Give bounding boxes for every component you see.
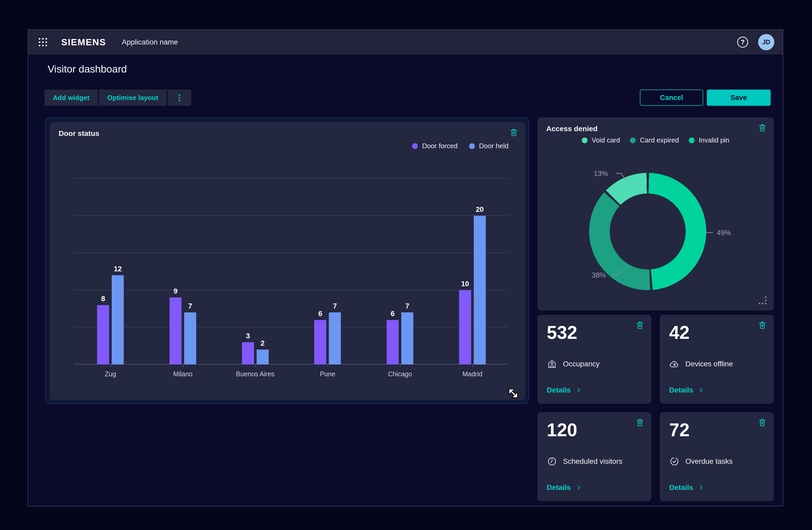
access-denied-title: Access denied [546,125,597,133]
legend-dot [630,138,636,143]
delete-widget-icon[interactable] [635,321,644,330]
delete-widget-icon[interactable] [758,418,767,427]
legend-item-door-held[interactable]: Door held [469,142,509,150]
bar-door-held[interactable] [257,350,269,364]
help-icon[interactable]: ? [737,37,748,48]
legend-dot-purple [412,143,418,149]
kpi-card-overdue-tasks[interactable]: 72 Overdue tasks Details [660,412,774,501]
avatar[interactable]: JD [758,34,774,50]
kpi-label: Overdue tasks [685,457,733,465]
optimise-layout-button[interactable]: Optimise layout [99,89,166,106]
x-axis-label: Buenos Aires [219,370,291,378]
axis-tick [255,364,256,367]
bar-door-forced[interactable] [387,320,399,364]
delete-widget-icon[interactable] [635,418,644,427]
details-label: Details [669,484,693,492]
app-switcher-grid-icon[interactable] [36,36,50,49]
kebab-menu-icon[interactable] [168,89,191,106]
axis-tick [400,364,401,367]
details-label: Details [547,484,571,492]
bars-row: 8 12 Zug 9 [74,179,509,364]
bar-value-label: 8 [101,295,105,303]
kpi-label: Scheduled visitors [563,457,622,465]
bar-door-held[interactable] [401,312,413,364]
bar-door-held[interactable] [184,312,196,364]
bar-group-pune: 6 7 Pune [291,179,364,364]
resize-cursor-icon [508,388,519,399]
bar-value-label: 6 [318,310,322,318]
access-denied-legend: Void card Card expired Invalid pin [537,136,774,144]
details-link[interactable]: Details [547,386,582,394]
clock-icon [547,456,557,466]
legend-label: Card expired [640,136,679,144]
bar-door-forced[interactable] [459,290,471,364]
details-link[interactable]: Details [669,386,704,394]
kpi-card-devices-offline[interactable]: 42 Devices offline Details [660,315,774,404]
check-circle-icon [669,456,680,466]
details-label: Details [669,386,693,394]
chevron-right-icon [576,485,582,491]
delete-widget-icon[interactable] [509,128,519,137]
bar-group-milano: 9 7 Milano [147,179,219,364]
donut-chart[interactable] [589,173,706,290]
axis-tick [328,364,328,367]
bar-value-label: 6 [391,310,395,318]
door-status-card: Door status Door forced Door held [50,122,525,400]
bar-chart-plot: 8 12 Zug 9 [74,179,509,364]
x-axis-label: Milano [147,370,219,378]
add-widget-button[interactable]: Add widget [44,89,98,106]
legend-item-void-card[interactable]: Void card [582,136,620,144]
details-link[interactable]: Details [547,484,582,492]
details-link[interactable]: Details [669,484,704,492]
x-axis-label: Madrid [436,370,509,378]
legend-label: Invalid pin [699,136,729,144]
bar-door-held[interactable] [112,275,124,364]
delete-widget-icon[interactable] [758,321,767,330]
axis-tick [111,364,111,367]
cloud-offline-icon [669,359,680,369]
chevron-right-icon [698,387,704,393]
x-axis-label: Zug [74,370,147,378]
door-chart-legend: Door forced Door held [412,142,509,150]
bar-value-label: 10 [461,280,469,288]
bar-door-held[interactable] [474,216,486,364]
bar-door-forced[interactable] [97,305,109,364]
axis-tick [473,364,473,367]
chevron-right-icon [576,387,582,393]
legend-item-door-forced[interactable]: Door forced [412,142,458,150]
bar-door-held[interactable] [329,312,341,364]
bar-door-forced[interactable] [242,342,254,364]
app-window: SIEMENS Application name ? JD Visitor da… [28,29,783,506]
kpi-value: 532 [547,322,577,343]
legend-label: Door held [479,142,509,150]
siemens-logo: SIEMENS [61,37,106,47]
application-name: Application name [122,38,178,46]
details-label: Details [547,386,571,394]
pie-label-38: 38% [592,271,606,279]
edit-toolbar: Add widget Optimise layout [44,89,191,106]
kpi-card-occupancy[interactable]: 532 Occupancy Details [537,315,651,404]
bar-value-label: 20 [476,206,484,214]
chevron-right-icon [698,485,704,491]
screen: SIEMENS Application name ? JD Visitor da… [0,0,812,530]
app-header: SIEMENS Application name ? JD [28,30,783,54]
x-axis-label: Chicago [364,370,436,378]
bar-value-label: 7 [333,302,337,310]
kpi-card-scheduled-visitors[interactable]: 120 Scheduled visitors Details [537,412,651,501]
drag-handle-dots-icon[interactable] [759,296,767,304]
bar-door-forced[interactable] [170,297,182,364]
bar-door-forced[interactable] [314,320,326,364]
door-status-selection-wrapper[interactable]: Door status Door forced Door held [45,117,529,404]
access-denied-card[interactable]: Access denied Void card Card expired Inv… [537,117,774,310]
cancel-button[interactable]: Cancel [640,89,703,106]
pie-label-13: 13% [594,170,608,178]
bar-group-zug: 8 12 Zug [74,179,147,364]
legend-item-card-expired[interactable]: Card expired [630,136,679,144]
save-button[interactable]: Save [707,89,771,106]
kpi-label: Occupancy [563,360,599,368]
door-status-title: Door status [59,129,99,138]
bar-value-label: 9 [173,287,177,295]
delete-widget-icon[interactable] [758,123,767,132]
legend-dot [582,138,588,143]
legend-item-invalid-pin[interactable]: Invalid pin [689,136,729,144]
